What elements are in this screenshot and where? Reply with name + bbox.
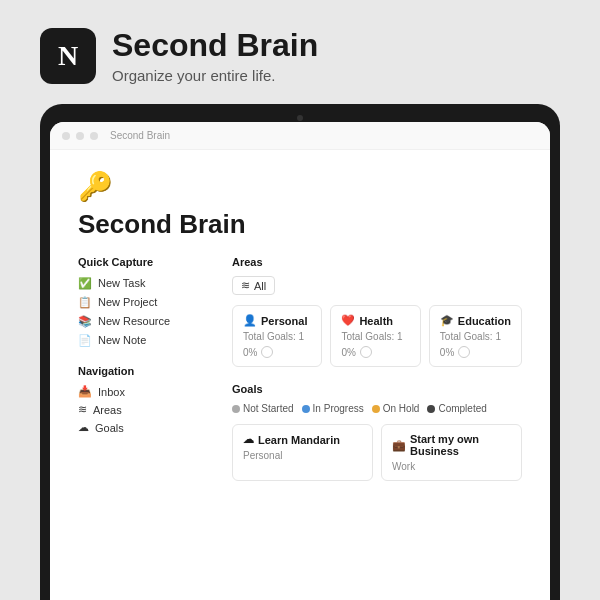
tablet-mockup: Second Brain 🔑 Second Brain Quick Captur… [40, 104, 560, 600]
qc-resource-icon: 📚 [78, 314, 92, 328]
page-content: 🔑 Second Brain Quick Capture ✅ New Task … [50, 150, 550, 600]
education-icon: 🎓 [440, 314, 454, 327]
tablet-top-bar [50, 114, 550, 122]
navigation-title: Navigation [78, 365, 208, 377]
goal-business-sub: Work [392, 461, 511, 472]
page-icon: 🔑 [78, 170, 522, 203]
app-title: Second Brain [112, 28, 318, 63]
goal-card-mandarin[interactable]: ☁ Learn Mandarin Personal [232, 424, 373, 481]
progress-circle-health [360, 346, 372, 358]
on-hold-label: On Hold [383, 403, 420, 414]
area-education-meta: Total Goals: 1 [440, 331, 511, 342]
nav-inbox[interactable]: 📥 Inbox [78, 385, 208, 398]
topbar-dot-3 [90, 132, 98, 140]
area-card-personal[interactable]: 👤 Personal Total Goals: 1 0% [232, 305, 322, 367]
areas-filter-all[interactable]: ≋ All [232, 276, 275, 295]
breadcrumb: Second Brain [110, 130, 170, 141]
business-icon: 💼 [392, 439, 406, 452]
progress-circle [261, 346, 273, 358]
area-personal-meta: Total Goals: 1 [243, 331, 311, 342]
progress-circle-edu [458, 346, 470, 358]
notion-logo: N [40, 28, 96, 84]
filter-completed: Completed [427, 403, 486, 414]
qc-new-task[interactable]: ✅ New Task [78, 276, 208, 290]
filter-in-progress: In Progress [302, 403, 364, 414]
nav-goals[interactable]: ☁ Goals [78, 421, 208, 434]
area-education-title: 🎓 Education [440, 314, 511, 327]
areas-title: Areas [232, 256, 522, 268]
area-health-progress: 0% [341, 346, 409, 358]
nav-goals-label: Goals [95, 422, 124, 434]
tablet-screen: Second Brain 🔑 Second Brain Quick Captur… [50, 122, 550, 600]
on-hold-dot [372, 405, 380, 413]
areas-filter: ≋ All [232, 276, 522, 295]
filter-all-icon: ≋ [241, 279, 250, 292]
goal-mandarin-sub: Personal [243, 450, 362, 461]
qc-project-icon: 📋 [78, 295, 92, 309]
goals-filters: Not Started In Progress On Hold Com [232, 403, 522, 414]
qc-task-label: New Task [98, 277, 145, 289]
completed-label: Completed [438, 403, 486, 414]
area-personal-progress: 0% [243, 346, 311, 358]
in-progress-label: In Progress [313, 403, 364, 414]
quick-capture-list: ✅ New Task 📋 New Project 📚 New Resource [78, 276, 208, 347]
filter-not-started: Not Started [232, 403, 294, 414]
left-column: Quick Capture ✅ New Task 📋 New Project 📚 [78, 256, 208, 481]
qc-note-icon: 📄 [78, 333, 92, 347]
two-column-layout: Quick Capture ✅ New Task 📋 New Project 📚 [78, 256, 522, 481]
camera-dot [297, 115, 303, 121]
qc-new-note[interactable]: 📄 New Note [78, 333, 208, 347]
area-health-title: ❤️ Health [341, 314, 409, 327]
qc-project-label: New Project [98, 296, 157, 308]
area-card-education[interactable]: 🎓 Education Total Goals: 1 0% [429, 305, 522, 367]
topbar-dot-1 [62, 132, 70, 140]
qc-task-icon: ✅ [78, 276, 92, 290]
qc-note-label: New Note [98, 334, 146, 346]
goal-card-business[interactable]: 💼 Start my own Business Work [381, 424, 522, 481]
header-text: Second Brain Organize your entire life. [112, 28, 318, 83]
area-health-meta: Total Goals: 1 [341, 331, 409, 342]
not-started-dot [232, 405, 240, 413]
app-subtitle: Organize your entire life. [112, 67, 318, 84]
header: N Second Brain Organize your entire life… [0, 0, 600, 104]
not-started-label: Not Started [243, 403, 294, 414]
area-education-progress: 0% [440, 346, 511, 358]
personal-icon: 👤 [243, 314, 257, 327]
filter-all-label: All [254, 280, 266, 292]
right-column: Areas ≋ All 👤 Personal [232, 256, 522, 481]
topbar-dot-2 [76, 132, 84, 140]
nav-areas-label: Areas [93, 404, 122, 416]
qc-resource-label: New Resource [98, 315, 170, 327]
areas-icon: ≋ [78, 403, 87, 416]
area-card-health[interactable]: ❤️ Health Total Goals: 1 0% [330, 305, 420, 367]
qc-new-project[interactable]: 📋 New Project [78, 295, 208, 309]
logo-letter: N [58, 40, 78, 72]
goals-title: Goals [232, 383, 522, 395]
goals-cards: ☁ Learn Mandarin Personal 💼 Start my own… [232, 424, 522, 481]
inbox-icon: 📥 [78, 385, 92, 398]
page-title: Second Brain [78, 209, 522, 240]
mandarin-icon: ☁ [243, 433, 254, 446]
goals-icon: ☁ [78, 421, 89, 434]
goal-business-title: 💼 Start my own Business [392, 433, 511, 457]
filter-on-hold: On Hold [372, 403, 420, 414]
nav-areas[interactable]: ≋ Areas [78, 403, 208, 416]
qc-new-resource[interactable]: 📚 New Resource [78, 314, 208, 328]
goal-mandarin-title: ☁ Learn Mandarin [243, 433, 362, 446]
health-icon: ❤️ [341, 314, 355, 327]
nav-list: 📥 Inbox ≋ Areas ☁ Goals [78, 385, 208, 434]
area-personal-title: 👤 Personal [243, 314, 311, 327]
in-progress-dot [302, 405, 310, 413]
areas-cards: 👤 Personal Total Goals: 1 0% [232, 305, 522, 367]
completed-dot [427, 405, 435, 413]
quick-capture-title: Quick Capture [78, 256, 208, 268]
nav-inbox-label: Inbox [98, 386, 125, 398]
notion-topbar: Second Brain [50, 122, 550, 150]
